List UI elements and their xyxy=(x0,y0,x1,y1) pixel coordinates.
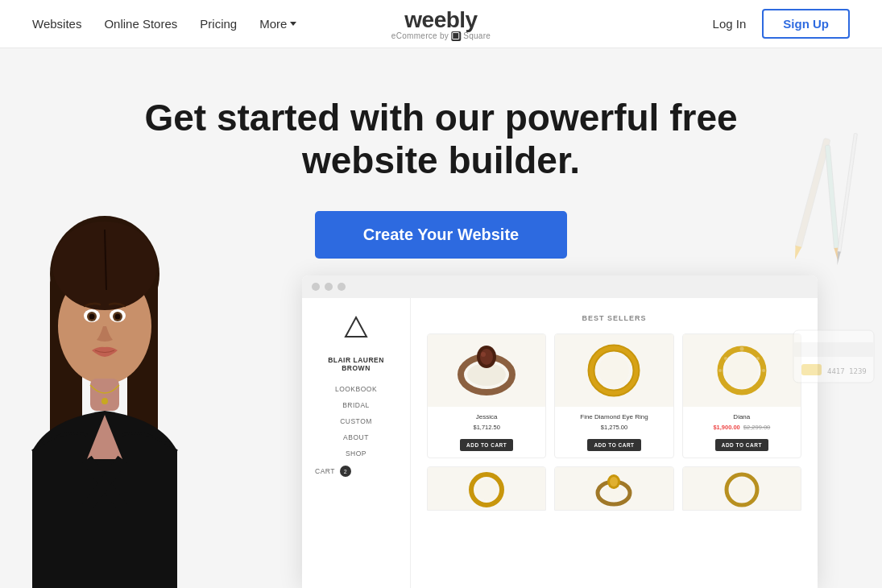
logo[interactable]: weebly eCommerce by Square xyxy=(391,7,491,41)
product-price-diana: $1,900.00 $2,299.00 xyxy=(689,424,794,431)
product-img-partial-2 xyxy=(555,467,673,511)
svg-rect-42 xyxy=(838,133,858,253)
signup-button[interactable]: Sign Up xyxy=(762,9,850,39)
nav-online-stores[interactable]: Online Stores xyxy=(104,17,177,31)
sidebar-nav-about[interactable]: ABOUT xyxy=(315,433,397,441)
svg-point-29 xyxy=(718,369,722,372)
product-name-fine-diamond: Fine Diamond Eye Ring xyxy=(561,413,666,420)
svg-point-25 xyxy=(739,347,743,351)
product-name-diana: Diana xyxy=(689,413,794,420)
doodle-illustration: 4417 1239 xyxy=(785,129,882,451)
create-website-button[interactable]: Create Your Website xyxy=(315,211,567,259)
product-info-fine-diamond: Fine Diamond Eye Ring $1,275.00 ADD TO C… xyxy=(555,407,673,458)
dot-yellow xyxy=(325,283,333,291)
svg-marker-39 xyxy=(792,246,801,260)
product-info-jessica: Jessica $1,712.50 ADD TO CART xyxy=(428,407,545,458)
product-image-diana xyxy=(683,334,801,407)
logo-brand: weebly xyxy=(391,7,491,33)
svg-marker-14 xyxy=(346,317,366,337)
mockup-body: BLAIR LAUREN BROWN LOOKBOOK BRIDAL CUSTO… xyxy=(302,298,818,588)
sidebar-nav-bridal[interactable]: BRIDAL xyxy=(315,401,397,409)
svg-point-28 xyxy=(724,357,727,360)
sidebar-nav-custom[interactable]: CUSTOM xyxy=(315,417,397,425)
product-card-partial-1 xyxy=(427,466,546,511)
product-image-fine-diamond xyxy=(555,334,673,407)
website-mockup: BLAIR LAUREN BROWN LOOKBOOK BRIDAL CUSTO… xyxy=(302,275,818,588)
svg-point-27 xyxy=(762,369,765,372)
nav-websites[interactable]: Websites xyxy=(32,17,81,31)
cart-count-badge: 2 xyxy=(340,466,351,477)
sidebar-nav-shop[interactable]: SHOP xyxy=(315,449,397,458)
svg-point-18 xyxy=(480,349,493,365)
product-card-jessica: Jessica $1,712.50 ADD TO CART xyxy=(427,333,546,458)
add-to-cart-fine-diamond[interactable]: ADD TO CART xyxy=(587,439,640,451)
product-img-partial-3 xyxy=(683,467,801,511)
sidebar-nav: LOOKBOOK BRIDAL CUSTOM ABOUT SHOP xyxy=(315,385,397,458)
dot-red xyxy=(312,283,320,291)
product-price-jessica: $1,712.50 xyxy=(434,424,539,431)
product-name-jessica: Jessica xyxy=(434,413,539,420)
product-info-diana: Diana $1,900.00 $2,299.00 ADD TO CART xyxy=(683,407,801,458)
login-button[interactable]: Log In xyxy=(713,17,747,31)
sidebar-logo xyxy=(315,314,397,345)
hero-title: Get started with our powerful free websi… xyxy=(139,97,743,182)
svg-point-19 xyxy=(481,352,486,357)
logo-sub: eCommerce by Square xyxy=(391,31,491,41)
svg-point-11 xyxy=(115,314,121,320)
product-card-fine-diamond: Fine Diamond Eye Ring $1,275.00 ADD TO C… xyxy=(554,333,673,458)
svg-text:4417 1239: 4417 1239 xyxy=(827,367,867,375)
svg-point-8 xyxy=(89,314,95,320)
mockup-main-content: BEST SELLERS xyxy=(411,298,818,588)
cart-label: CART xyxy=(315,467,335,475)
product-card-partial-2 xyxy=(554,466,673,511)
nav-pricing[interactable]: Pricing xyxy=(200,17,237,31)
svg-point-26 xyxy=(756,357,760,360)
svg-rect-45 xyxy=(793,342,874,357)
svg-rect-38 xyxy=(795,138,830,248)
svg-rect-46 xyxy=(801,364,822,375)
best-sellers-title: BEST SELLERS xyxy=(427,314,801,322)
add-to-cart-jessica[interactable]: ADD TO CART xyxy=(460,439,513,451)
nav-more-label: More xyxy=(259,17,287,31)
svg-point-35 xyxy=(610,477,618,487)
sidebar-brand: BLAIR LAUREN BROWN xyxy=(315,356,397,372)
mockup-titlebar xyxy=(302,275,818,298)
products-grid: Jessica $1,712.50 ADD TO CART xyxy=(427,333,801,458)
svg-point-37 xyxy=(731,478,753,501)
chevron-down-icon xyxy=(290,22,296,26)
square-icon xyxy=(451,31,461,41)
product-img-partial-1 xyxy=(428,467,545,511)
nav-right: Log In Sign Up xyxy=(713,9,850,39)
mockup-sidebar: BLAIR LAUREN BROWN LOOKBOOK BRIDAL CUSTO… xyxy=(302,298,411,588)
main-nav: Websites Online Stores Pricing More xyxy=(32,17,296,31)
hero-person-image xyxy=(0,201,209,588)
price-sale-diana: $1,900.00 xyxy=(713,424,739,431)
header: Websites Online Stores Pricing More weeb… xyxy=(0,0,882,48)
svg-point-31 xyxy=(476,479,497,500)
svg-rect-40 xyxy=(825,145,839,250)
product-image-jessica xyxy=(428,334,545,407)
product-price-fine-diamond: $1,275.00 xyxy=(561,424,666,431)
hero-section: Get started with our powerful free websi… xyxy=(0,48,882,588)
product-card-diana: Diana $1,900.00 $2,299.00 ADD TO CART xyxy=(682,333,801,458)
svg-point-13 xyxy=(101,398,108,404)
svg-point-24 xyxy=(726,354,758,387)
sidebar-cart[interactable]: CART 2 xyxy=(315,466,397,477)
sidebar-nav-lookbook[interactable]: LOOKBOOK xyxy=(315,385,397,393)
add-to-cart-diana[interactable]: ADD TO CART xyxy=(715,439,768,451)
price-original-diana: $2,299.00 xyxy=(743,424,770,431)
product-card-partial-3 xyxy=(682,466,801,511)
svg-rect-12 xyxy=(90,379,119,411)
svg-point-21 xyxy=(598,355,629,386)
nav-more-dropdown[interactable]: More xyxy=(259,17,296,31)
products-grid-row2 xyxy=(427,466,801,511)
dot-green xyxy=(337,283,346,291)
